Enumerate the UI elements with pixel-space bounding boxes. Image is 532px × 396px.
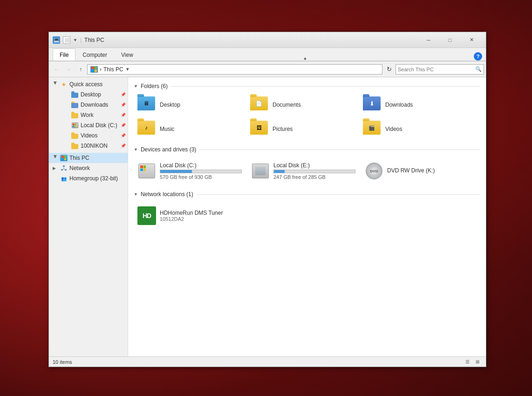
search-icon: 🔍: [475, 66, 482, 72]
devices-section-title: Devices and drives (3): [141, 146, 196, 153]
work-folder-icon: [71, 111, 79, 119]
sidebar-videos-label: Videos: [81, 132, 97, 139]
network-section-title: Network locations (1): [141, 191, 193, 198]
this-pc-windows-logo: [61, 156, 66, 160]
maximize-button[interactable]: □: [439, 33, 461, 47]
sidebar-item-homegroup[interactable]: 👥 Homegroup (32-bit): [49, 173, 128, 184]
drive-c-bar-fill: [160, 170, 192, 173]
documents-folder-large-icon: 📄: [250, 96, 269, 113]
drive-c-name: Local Disk (C:): [160, 162, 242, 169]
folder-item-videos[interactable]: 🎬 Videos: [359, 117, 471, 141]
quick-access-label: Quick access: [69, 81, 102, 88]
downloads-pin-icon: 📌: [121, 102, 126, 107]
sidebar-local-disk-c-label: Local Disk (C:): [81, 122, 117, 129]
100nikon-pin-icon: 📌: [121, 143, 126, 148]
folders-collapse-chevron[interactable]: ▼: [134, 84, 138, 89]
drive-c-info: Local Disk (C:) 570 GB free of 930 GB: [160, 162, 242, 180]
up-button[interactable]: ↑: [75, 64, 86, 75]
ribbon: File Computer View ▲ ?: [49, 48, 486, 61]
address-path-bar[interactable]: › This PC ▼: [87, 64, 382, 75]
drive-e-bar-fill: [274, 170, 285, 173]
large-icons-view-button[interactable]: ⊞: [473, 358, 482, 366]
toolbar-expand-arrow[interactable]: ▼: [73, 38, 77, 42]
videos-folder-large-icon: 🎬: [363, 121, 382, 137]
network-section-header: ▼ Network locations (1): [134, 191, 480, 198]
drive-k-name: DVD RW Drive (K:): [387, 167, 469, 174]
local-disk-c-icon: [71, 122, 79, 129]
quick-access-star-icon: ★: [60, 81, 68, 88]
tab-computer[interactable]: Computer: [75, 48, 114, 61]
sidebar: ▶ ★ Quick access Desktop 📌: [49, 77, 128, 356]
drives-grid: Local Disk (C:) 570 GB free of 930 GB: [134, 157, 480, 185]
status-bar: 10 items ☰ ⊞: [49, 356, 486, 367]
network-locations-grid: HD HDHomeRun DMS Tuner 10512DA2: [134, 201, 480, 230]
minimize-button[interactable]: ─: [418, 33, 439, 47]
homegroup-icon: 👥: [60, 175, 68, 182]
search-box[interactable]: 🔍: [396, 64, 484, 75]
folders-grid: 🖥 Desktop 📄 Documents: [134, 93, 480, 141]
folder-item-downloads[interactable]: ⬇ Downloads: [359, 93, 471, 116]
close-button[interactable]: ✕: [461, 33, 482, 47]
hdd-icon-c: [138, 164, 155, 178]
sidebar-item-desktop[interactable]: Desktop 📌: [49, 89, 128, 100]
search-input[interactable]: [398, 67, 473, 72]
tab-view[interactable]: View: [114, 48, 140, 61]
drive-item-dvd-k[interactable]: DVD DVD RW Drive (K:): [361, 157, 473, 185]
downloads-folder-icon: [71, 101, 79, 109]
drive-k-icon: DVD: [365, 162, 383, 180]
window-controls: ─ □ ✕: [418, 33, 482, 47]
refresh-button[interactable]: ↻: [383, 64, 395, 75]
sidebar-item-downloads[interactable]: Downloads 📌: [49, 100, 128, 110]
sidebar-item-local-disk-c[interactable]: Local Disk (C:) 📌: [49, 120, 128, 130]
window-title: This PC: [84, 37, 415, 43]
ribbon-expand-icon[interactable]: ▲: [303, 56, 311, 61]
desktop-folder-large-icon: 🖥: [137, 96, 156, 113]
sidebar-item-network[interactable]: ▶ Network: [49, 163, 128, 173]
network-collapse-chevron[interactable]: ▼: [134, 192, 138, 197]
devices-collapse-chevron[interactable]: ▼: [134, 147, 138, 152]
ribbon-tabs: File Computer View ▲ ?: [49, 48, 486, 61]
forward-button[interactable]: →: [63, 64, 74, 75]
hdhr-label: HDHomeRun DMS Tuner: [160, 210, 223, 216]
sidebar-downloads-label: Downloads: [81, 102, 108, 108]
videos-folder-icon: [71, 132, 79, 139]
sidebar-item-100nikon[interactable]: 100NIKON 📌: [49, 141, 128, 151]
sidebar-item-this-pc[interactable]: ▶ This PC: [49, 153, 128, 163]
sidebar-item-work[interactable]: Work 📌: [49, 110, 128, 120]
network-expand-arrow: ▶: [53, 166, 58, 171]
drive-e-free: 247 GB free of 285 GB: [273, 174, 355, 180]
drive-item-local-e[interactable]: Local Disk (E:) 247 GB free of 285 GB: [247, 157, 359, 185]
address-dropdown-chevron[interactable]: ▼: [125, 67, 130, 72]
sidebar-100nikon-label: 100NIKON: [81, 143, 108, 149]
sidebar-desktop-label: Desktop: [81, 91, 101, 98]
status-item-count: 10 items: [53, 359, 72, 365]
drive-c-icon: [137, 162, 156, 180]
back-button[interactable]: ←: [51, 64, 62, 75]
devices-section-header: ▼ Devices and drives (3): [134, 146, 480, 153]
quick-access-toolbar[interactable]: ⬜: [63, 36, 70, 44]
details-view-button[interactable]: ☰: [463, 358, 472, 366]
window-icon: 💻: [53, 36, 60, 44]
sidebar-item-videos[interactable]: Videos 📌: [49, 130, 128, 141]
file-explorer-window: 💻 ⬜ ▼ | This PC ─ □ ✕ File Computer View…: [48, 32, 486, 367]
hdhr-info: HDHomeRun DMS Tuner 10512DA2: [160, 210, 223, 222]
folders-section-title: Folders (6): [141, 83, 168, 89]
windows-logo-drive-c: [140, 165, 147, 171]
sidebar-item-quick-access[interactable]: ▶ ★ Quick access: [49, 79, 128, 89]
sidebar-homegroup-label: Homegroup (32-bit): [69, 175, 118, 182]
hdhr-sublabel: 10512DA2: [160, 216, 223, 222]
network-item-hdhr[interactable]: HD HDHomeRun DMS Tuner 10512DA2: [134, 201, 246, 230]
folder-item-desktop[interactable]: 🖥 Desktop: [134, 93, 246, 116]
quick-access-expand-arrow: ▶: [53, 82, 58, 87]
tab-file[interactable]: File: [53, 48, 75, 61]
videos-folder-label: Videos: [385, 126, 402, 132]
help-button[interactable]: ?: [474, 52, 482, 61]
windows-quad-c: [140, 165, 146, 171]
drive-item-local-c[interactable]: Local Disk (C:) 570 GB free of 930 GB: [134, 157, 246, 185]
folder-item-music[interactable]: ♪ Music: [134, 117, 246, 141]
folder-item-documents[interactable]: 📄 Documents: [246, 93, 358, 116]
drive-e-icon: [251, 162, 270, 180]
path-text: ›: [100, 66, 102, 73]
folder-item-pictures[interactable]: 🖼 Pictures: [246, 117, 358, 141]
view-toggle-buttons: ☰ ⊞: [463, 358, 482, 366]
